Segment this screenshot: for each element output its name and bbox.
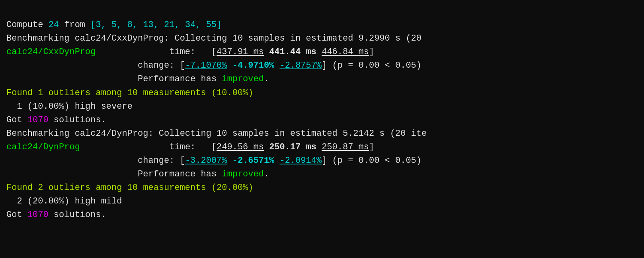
terminal-text: [ — [211, 47, 217, 57]
terminal-text: [ — [211, 142, 217, 152]
terminal-line: change: [-7.1070% -4.9710% -2.8757%] (p … — [6, 59, 638, 72]
terminal-output: Compute 24 from [3, 5, 8, 13, 21, 34, 55… — [6, 5, 638, 222]
terminal-text: [ — [180, 156, 185, 166]
terminal-text — [227, 61, 232, 70]
terminal-line: Found 1 outliers among 10 measurements (… — [6, 86, 638, 100]
terminal-text: (p = 0.00 < 0.05) — [327, 61, 422, 70]
terminal-text — [274, 156, 279, 166]
terminal-text: . — [264, 74, 269, 84]
terminal-text: ] — [322, 156, 327, 166]
terminal-text: 250.87 ms — [322, 142, 369, 152]
terminal-text: -2.8757% — [280, 61, 322, 70]
terminal-text: 2 (20.00%) high mild — [6, 196, 122, 206]
terminal-text: time: — [80, 142, 211, 152]
terminal-text: ] — [369, 47, 374, 57]
terminal-line: Performance has improved. — [6, 168, 638, 181]
terminal-text: -7.1070% — [185, 61, 227, 70]
terminal-text: 441.44 ms — [269, 47, 316, 57]
terminal-text: Performance has — [6, 169, 222, 179]
terminal-line: change: [-3.2007% -2.6571% -2.0914%] (p … — [6, 154, 638, 168]
terminal-text: -2.0914% — [280, 156, 322, 166]
terminal-text: Found 2 outliers among 10 measurements (… — [6, 183, 254, 193]
terminal-text — [316, 142, 322, 152]
terminal-text — [316, 47, 322, 57]
terminal-line: calc24/CxxDynProg time: [437.91 ms 441.4… — [6, 45, 638, 59]
terminal-text: 1070 — [27, 210, 49, 220]
terminal-text: Compute — [6, 20, 49, 30]
terminal-text: calc24/CxxDynProg — [6, 47, 96, 57]
terminal-text — [274, 61, 279, 70]
terminal-text: change: — [6, 156, 180, 166]
terminal-text: calc24/DynProg — [6, 142, 80, 152]
terminal-text: time: — [96, 47, 211, 57]
terminal-line: 1 (10.00%) high severe — [6, 100, 638, 113]
terminal-line: Compute 24 from [3, 5, 8, 13, 21, 34, 55… — [6, 18, 638, 32]
terminal-text: [3, 5, 8, 13, 21, 34, 55] — [90, 20, 222, 30]
terminal-text — [264, 47, 269, 57]
terminal-text: 446.84 ms — [322, 47, 369, 57]
terminal-text: Got — [6, 210, 27, 220]
terminal-text: (p = 0.00 < 0.05) — [327, 156, 422, 166]
terminal-text: solutions. — [49, 115, 106, 125]
terminal-text: -3.2007% — [185, 156, 227, 166]
terminal-text: Got — [6, 115, 27, 125]
terminal-line: Performance has improved. — [6, 72, 638, 86]
terminal-text: Performance has — [6, 74, 222, 84]
terminal-text — [264, 142, 269, 152]
terminal-text: -4.9710% — [232, 61, 275, 70]
terminal-text: 437.91 ms — [217, 47, 264, 57]
terminal-line: 2 (20.00%) high mild — [6, 195, 638, 208]
terminal-text: ] — [322, 61, 327, 70]
terminal-text — [227, 156, 232, 166]
terminal-text: ] — [369, 142, 374, 152]
terminal-text: solutions. — [49, 210, 106, 220]
terminal-text: 249.56 ms — [217, 142, 264, 152]
terminal-text: Found 1 outliers among 10 measurements (… — [6, 88, 254, 98]
terminal-text: 250.17 ms — [269, 142, 316, 152]
terminal-text: change: — [6, 61, 180, 70]
terminal-text: [ — [180, 61, 185, 70]
terminal-text: 1070 — [27, 115, 49, 125]
terminal-line: calc24/DynProg time: [249.56 ms 250.17 m… — [6, 141, 638, 154]
terminal-text: 1 (10.00%) high severe — [6, 102, 133, 111]
terminal-line: Found 2 outliers among 10 measurements (… — [6, 181, 638, 195]
terminal-text: Benchmarking calc24/CxxDynProg: Collecti… — [6, 33, 422, 43]
terminal-line: Benchmarking calc24/DynProg: Collecting … — [6, 127, 638, 141]
terminal-text: . — [264, 169, 269, 179]
terminal-text: improved — [222, 74, 264, 84]
terminal-line: Benchmarking calc24/CxxDynProg: Collecti… — [6, 32, 638, 45]
terminal-text: from — [59, 20, 90, 30]
terminal-text: -2.6571% — [232, 156, 275, 166]
terminal-line: Got 1070 solutions. — [6, 113, 638, 127]
terminal-text: Benchmarking calc24/DynProg: Collecting … — [6, 129, 427, 139]
terminal-text: improved — [222, 169, 264, 179]
terminal-line: Got 1070 solutions. — [6, 208, 638, 222]
terminal-text: 24 — [49, 20, 59, 30]
